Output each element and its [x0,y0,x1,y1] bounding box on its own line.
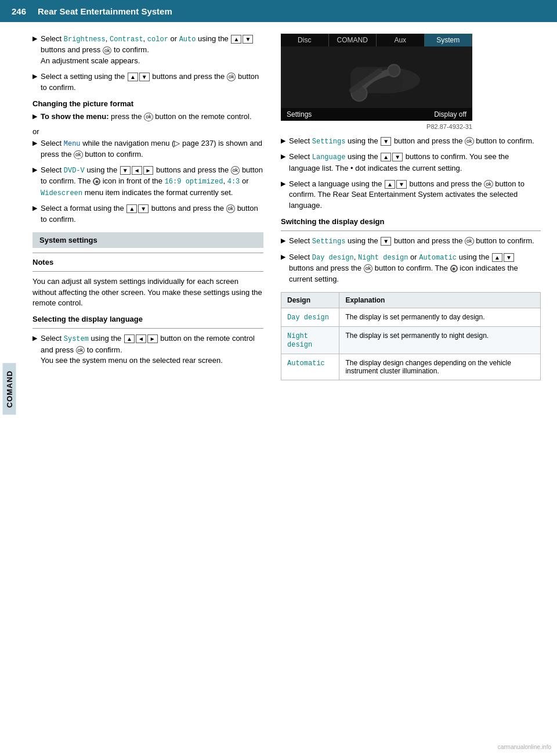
btn-up-r2: ▲ [385,180,395,189]
bullet-arrow-r1: ▶ [281,136,285,147]
bullet-text-r2: Select Language using the ▲▼ buttons to … [289,152,541,174]
bullet-right-language: ▶ Select Language using the ▲▼ buttons t… [281,152,541,174]
bullet-right-settings2: ▶ Select Settings using the ▼ button and… [281,236,541,247]
bullet-arrow-2: ▶ [32,72,37,93]
svg-point-3 [388,64,400,77]
highlight-dvdv: DVD-V [64,167,85,175]
bullet-setting: ▶ Select a setting using the ▲▼ buttons … [32,71,263,93]
btn-down-r2: ▼ [392,153,403,161]
btn-right-1: ► [143,166,154,175]
bullet-text-r4: Select Settings using the ▼ button and p… [289,236,541,247]
btn-down-2: ▼ [139,73,150,81]
bullet-select-format: ▶ Select a format using the ▲▼ buttons a… [32,203,263,225]
content-area: ▶ Select Brightness, Contrast, color or … [19,22,557,756]
bullet-text-r3: Select a language using the ▲▼ buttons a… [289,179,541,212]
btn-up-r1: ▲ [381,153,391,161]
bullet-text-r5: Select Day design, Night design or Autom… [289,252,541,285]
btn-down-r3: ▼ [396,180,407,189]
bullet-select-menu: ▶ Select Menu while the navigation menu … [32,138,263,160]
table-header-design: Design [281,292,339,308]
bullet-text-7: Select System using the ▲◄► button on th… [41,333,263,366]
btn-down-r1: ▼ [381,137,391,146]
section-display-design-heading: Switching the display design [281,217,541,226]
table-header-explanation: Explanation [339,292,541,308]
section-display-lang-heading: Selecting the display language [32,315,263,323]
bullet-text-1: Select Brightness, Contrast, color or Au… [41,34,263,67]
divider-notes [32,253,263,253]
screen-display-off-label: Display off [434,110,466,118]
bullet-arrow-r3: ▶ [281,179,285,212]
table-row-day: Day design The display is set permanentl… [281,308,541,326]
ok-icon-3: ok [144,113,153,121]
bullet-right-settings: ▶ Select Settings using the ▼ button and… [281,136,541,147]
btn-down-r4: ▼ [381,237,391,246]
table-cell-night-design: Night design [287,332,312,349]
watermark: carmanualonline.info [498,744,551,750]
tab-disc: Disc [281,34,329,46]
highlight-settings-r2: Settings [312,237,346,246]
notes-heading: Notes [32,258,263,267]
screen-image: Disc COMAND Aux System Settings Display … [281,34,472,121]
btn-left-1: ◄ [132,166,142,175]
highlight-color: color [147,35,168,44]
bullet-arrow-r2: ▶ [281,152,285,174]
sidebar-label: COMAND [3,363,16,415]
ok-icon-r3: ok [465,237,474,246]
screen-bottom-bar: Settings Display off [281,108,472,121]
bullet-select-system: ▶ Select System using the ▲◄► button on … [32,333,263,366]
left-column: ▶ Select Brightness, Contrast, color or … [19,34,274,744]
bullet-arrow-1: ▶ [32,34,37,67]
bullet-text-r1: Select Settings using the ▼ button and p… [289,136,541,147]
ok-icon-r4: ok [364,264,373,273]
table-cell-automatic-design: Automatic [287,359,325,368]
notes-text: You can adjust all system settings indiv… [32,276,263,309]
tab-aux: Aux [377,34,425,46]
highlight-settings-r: Settings [312,138,346,146]
tab-system: System [425,34,473,46]
table-cell-night-explanation: The display is set permanently to night … [339,326,541,354]
bullet-right-select-lang: ▶ Select a language using the ▲▼ buttons… [281,179,541,212]
highlight-43: 4:3 [227,178,240,186]
ok-icon-2: ok [227,73,236,81]
ok-icon-r1: ok [465,137,474,146]
ok-icon-r2: ok [484,180,493,189]
bullet-dvd-v: ▶ Select DVD-V using the ▼◄► buttons and… [32,165,263,199]
bullet-arrow-5: ▶ [32,165,37,199]
highlight-menu: Menu [64,140,81,148]
bullet-arrow-4: ▶ [32,139,37,160]
screen-tabs: Disc COMAND Aux System [281,34,472,46]
ok-icon-1: ok [103,46,112,55]
bullet-brightness: ▶ Select Brightness, Contrast, color or … [32,34,263,67]
bold-to-show: To show the menu: [41,112,108,121]
highlight-night-design: Night design [358,254,408,262]
btn-right-2: ► [147,334,158,343]
gray-box-system-settings: System settings [32,232,263,248]
highlight-automatic: Automatic [419,254,457,262]
section-picture-format-heading: Changing the picture format [32,99,263,108]
bullet-arrow-7: ▶ [32,334,37,366]
page-header: 246 Rear Seat Entertainment System [0,0,557,22]
highlight-language: Language [312,153,346,161]
image-caption: P82.87-4932-31 [281,123,472,130]
table-cell-automatic-explanation: The display design changes depending on … [339,354,541,380]
circle-icon-1 [93,178,100,185]
bullet-arrow-3: ▶ [32,112,37,123]
bullet-arrow-r4: ▶ [281,236,285,247]
highlight-169: 16:9 optimized [165,178,223,186]
divider-lang [32,328,263,329]
btn-up-1: ▲ [231,35,241,44]
bullet-text-4: Select Menu while the navigation menu (▷… [41,138,263,160]
sidebar: COMAND [0,22,19,756]
btn-up-3: ▲ [126,204,137,213]
or-text: or [32,127,263,136]
screen-settings-label: Settings [287,110,312,118]
highlight-day-design: Day design [312,254,354,262]
divider-design [281,231,541,231]
bullet-arrow-r5: ▶ [281,253,285,285]
design-table: Design Explanation Day design The displa… [281,292,541,380]
ok-icon-5: ok [231,166,240,175]
btn-down-4: ▼ [138,204,149,213]
btn-down-1: ▼ [243,35,253,44]
page-number: 246 [12,6,26,16]
divider-notes-2 [32,271,263,272]
